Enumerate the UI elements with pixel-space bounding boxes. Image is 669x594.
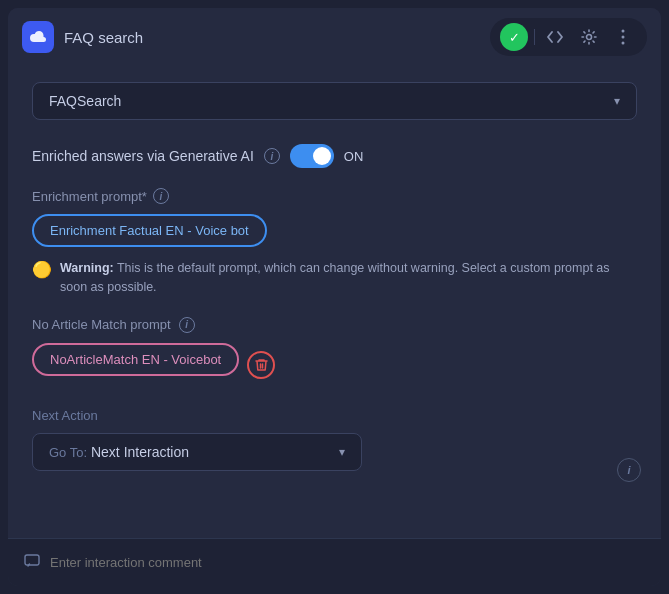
svg-point-1 (622, 30, 625, 33)
no-article-info-icon[interactable]: i (179, 317, 195, 333)
comment-icon (24, 554, 40, 572)
go-to-prefix: Go To: (49, 445, 87, 460)
toggle-thumb (313, 147, 331, 165)
go-to-row: Go To: Next Interaction (49, 444, 189, 460)
divider (534, 29, 535, 45)
warning-body: This is the default prompt, which can ch… (60, 261, 610, 294)
faq-dropdown[interactable]: FAQSearch ▾ (32, 82, 637, 120)
enriched-answers-label: Enriched answers via Generative AI (32, 148, 254, 164)
no-article-chip-row: NoArticleMatch EN - Voicebot (32, 343, 637, 388)
comment-input[interactable] (50, 555, 645, 570)
next-action-label: Next Action (32, 408, 637, 423)
top-bar-actions: ✓ (490, 18, 647, 56)
svg-rect-4 (25, 555, 39, 565)
no-article-match-section: No Article Match prompt i NoArticleMatch… (32, 317, 637, 388)
go-to-chevron-icon: ▾ (339, 445, 345, 459)
svg-point-0 (587, 35, 592, 40)
relative-container: FAQSearch ▾ Enriched answers via Generat… (8, 66, 661, 538)
warning-box: 🟡 Warning: This is the default prompt, w… (32, 259, 637, 297)
next-action-section: Next Action Go To: Next Interaction ▾ (32, 408, 637, 471)
enrichment-prompt-label: Enrichment prompt* (32, 189, 147, 204)
no-article-label: No Article Match prompt (32, 317, 171, 332)
required-star: * (142, 189, 147, 204)
bottom-info-button[interactable]: i (617, 458, 641, 482)
enrichment-prompt-info-icon[interactable]: i (153, 188, 169, 204)
cloud-icon (22, 21, 54, 53)
warning-icon: 🟡 (32, 260, 52, 279)
enriched-answers-row: Enriched answers via Generative AI i ON (32, 144, 637, 168)
enrichment-prompt-section: Enrichment prompt* i Enrichment Factual … (32, 188, 637, 259)
warning-text: Warning: This is the default prompt, whi… (60, 259, 637, 297)
dropdown-chevron-icon: ▾ (614, 94, 620, 108)
enrichment-prompt-label-row: Enrichment prompt* i (32, 188, 637, 204)
svg-point-2 (622, 36, 625, 39)
faq-dropdown-container: FAQSearch ▾ (32, 82, 637, 120)
status-dot[interactable]: ✓ (500, 23, 528, 51)
warning-bold: Warning: (60, 261, 114, 275)
faq-dropdown-value: FAQSearch (49, 93, 121, 109)
enriched-answers-info-icon[interactable]: i (264, 148, 280, 164)
go-to-dropdown[interactable]: Go To: Next Interaction ▾ (32, 433, 362, 471)
more-button[interactable] (609, 23, 637, 51)
toggle-on-label: ON (344, 149, 364, 164)
no-article-delete-button[interactable] (247, 351, 275, 379)
content-area: FAQSearch ▾ Enriched answers via Generat… (8, 66, 661, 538)
code-button[interactable] (541, 23, 569, 51)
no-article-prompt-chip[interactable]: NoArticleMatch EN - Voicebot (32, 343, 239, 376)
top-bar: FAQ search ✓ (8, 8, 661, 66)
svg-point-3 (622, 42, 625, 45)
go-to-selected: Next Interaction (91, 444, 189, 460)
gear-button[interactable] (575, 23, 603, 51)
page-title: FAQ search (64, 29, 143, 46)
enriched-answers-toggle[interactable] (290, 144, 334, 168)
enrichment-prompt-chip[interactable]: Enrichment Factual EN - Voice bot (32, 214, 267, 247)
toggle-track (290, 144, 334, 168)
no-article-label-row: No Article Match prompt i (32, 317, 637, 333)
top-bar-left: FAQ search (22, 21, 143, 53)
bottom-bar (8, 538, 661, 586)
